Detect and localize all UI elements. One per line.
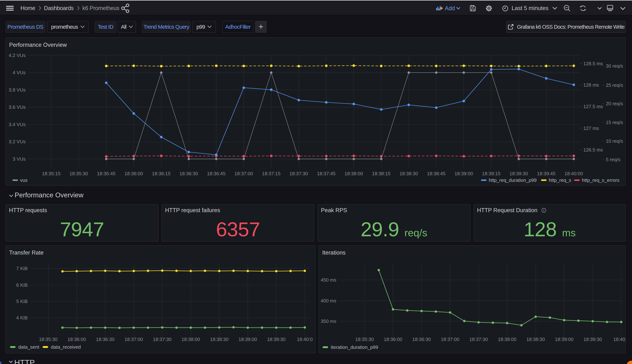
svg-text:128 ms: 128 ms — [583, 82, 599, 88]
svg-text:18:40:0: 18:40:0 — [297, 336, 313, 342]
svg-text:18:37:00: 18:37:00 — [124, 336, 143, 342]
svg-text:http_req_duration_p99: http_req_duration_p99 — [489, 178, 537, 183]
svg-text:18:38:30: 18:38:30 — [399, 171, 418, 176]
svg-text:k6 Prometheus: k6 Prometheus — [82, 5, 119, 11]
svg-text:400 ms: 400 ms — [321, 298, 336, 304]
svg-text:18:38:00: 18:38:00 — [498, 336, 516, 342]
svg-text:18:39:00: 18:39:00 — [239, 336, 257, 342]
svg-text:18:38:00: 18:38:00 — [345, 171, 363, 176]
svg-text:18:39:00: 18:39:00 — [455, 171, 473, 176]
svg-text:data_received: data_received — [51, 344, 81, 350]
svg-text:18:36:45: 18:36:45 — [207, 171, 226, 176]
svg-text:18:38:30: 18:38:30 — [210, 336, 229, 342]
svg-text:18:39:30: 18:39:30 — [267, 336, 285, 342]
svg-text:4 VUs: 4 VUs — [13, 70, 26, 75]
svg-text:18:37:30: 18:37:30 — [469, 336, 488, 342]
svg-text:18:39:00: 18:39:00 — [555, 336, 573, 342]
svg-text:18:36:30: 18:36:30 — [179, 171, 198, 176]
svg-text:Last 5 minutes: Last 5 minutes — [512, 5, 549, 11]
svg-text:5 req/s: 5 req/s — [606, 157, 620, 162]
svg-text:18:36:00: 18:36:00 — [68, 336, 86, 342]
svg-text:18:39:30: 18:39:30 — [583, 336, 602, 342]
svg-text:18:39:45: 18:39:45 — [537, 171, 555, 176]
svg-text:127 ms: 127 ms — [583, 126, 599, 131]
svg-text:18:38:45: 18:38:45 — [427, 171, 446, 176]
svg-text:18:37:30: 18:37:30 — [153, 336, 171, 342]
svg-text:3.6 VUs: 3.6 VUs — [9, 104, 26, 110]
svg-text:127.5 ms: 127.5 ms — [583, 104, 603, 109]
svg-text:18:38:00: 18:38:00 — [181, 336, 200, 342]
svg-text:data_sent: data_sent — [18, 344, 39, 350]
svg-text:18:36:00: 18:36:00 — [384, 336, 402, 342]
svg-text:18:40:00: 18:40:00 — [564, 171, 583, 176]
svg-text:4 KiB: 4 KiB — [16, 315, 28, 320]
svg-text:18:39:15: 18:39:15 — [482, 171, 500, 176]
svg-text:25 req/s: 25 req/s — [606, 82, 623, 88]
svg-text:6 KiB: 6 KiB — [16, 282, 28, 288]
svg-text:18:35:30: 18:35:30 — [70, 171, 88, 176]
svg-text:Add: Add — [445, 5, 455, 12]
svg-text:18:37:00: 18:37:00 — [234, 171, 253, 176]
svg-text:7 KiB: 7 KiB — [16, 266, 28, 271]
svg-text:18:38:15: 18:38:15 — [372, 171, 390, 176]
svg-text:18:36:30: 18:36:30 — [412, 336, 431, 342]
svg-text:18:36:30: 18:36:30 — [96, 336, 114, 342]
svg-text:iteration_duration_p99: iteration_duration_p99 — [331, 344, 378, 350]
svg-text:vus: vus — [20, 178, 28, 183]
svg-text:3.8 VUs: 3.8 VUs — [9, 87, 26, 93]
svg-text:450 ms: 450 ms — [321, 277, 336, 283]
svg-text:20 req/s: 20 req/s — [606, 101, 623, 106]
svg-text:18:37:45: 18:37:45 — [317, 171, 335, 176]
svg-text:18:35:30: 18:35:30 — [39, 336, 58, 342]
svg-text:18:35:30: 18:35:30 — [355, 336, 374, 342]
svg-text:18:36:15: 18:36:15 — [152, 171, 170, 176]
svg-text:3.2 VUs: 3.2 VUs — [9, 139, 26, 144]
svg-text:15 req/s: 15 req/s — [606, 120, 623, 125]
svg-text:18:36:00: 18:36:00 — [124, 171, 143, 176]
svg-text:18:38:30: 18:38:30 — [526, 336, 545, 342]
svg-text:10 req/s: 10 req/s — [606, 138, 623, 144]
svg-text:18:35:15: 18:35:15 — [42, 171, 60, 176]
svg-text:http_req_s_errors: http_req_s_errors — [582, 178, 619, 183]
svg-text:3 VUs: 3 VUs — [13, 156, 26, 162]
svg-text:4.2 VUs: 4.2 VUs — [9, 53, 26, 58]
svg-text:Home: Home — [21, 5, 35, 11]
svg-text:18:37:30: 18:37:30 — [289, 171, 308, 176]
svg-text:126.5 ms: 126.5 ms — [583, 147, 603, 152]
svg-text:18:40:0: 18:40:0 — [613, 336, 626, 342]
svg-text:5 KiB: 5 KiB — [16, 298, 28, 304]
svg-text:30 req/s: 30 req/s — [606, 63, 623, 69]
svg-text:Dashboards: Dashboards — [44, 5, 74, 11]
svg-text:18:37:15: 18:37:15 — [262, 171, 281, 176]
svg-text:18:37:00: 18:37:00 — [441, 336, 459, 342]
svg-text:http_req_s: http_req_s — [549, 178, 571, 183]
svg-text:18:39:30: 18:39:30 — [509, 171, 528, 176]
svg-text:128.5 ms: 128.5 ms — [583, 61, 603, 66]
svg-text:18:35:45: 18:35:45 — [97, 171, 115, 176]
svg-text:3.4 VUs: 3.4 VUs — [9, 122, 26, 127]
svg-text:350 ms: 350 ms — [321, 318, 336, 324]
